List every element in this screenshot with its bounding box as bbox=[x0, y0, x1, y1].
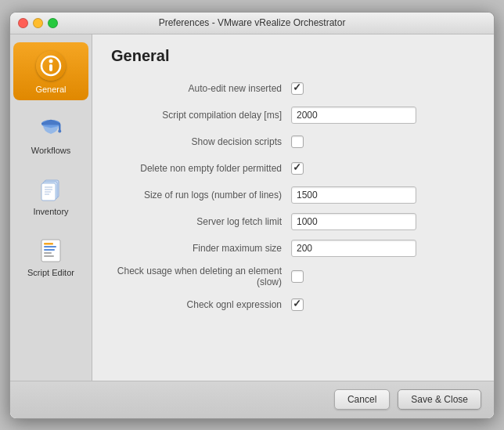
inventory-icon bbox=[36, 173, 66, 203]
svg-rect-19 bbox=[44, 252, 52, 254]
svg-rect-20 bbox=[44, 255, 54, 257]
field-show-decision: Show decision scripts bbox=[111, 132, 475, 151]
label-run-logs: Size of run logs (number of lines) bbox=[111, 190, 291, 201]
save-close-button[interactable]: Save & Close bbox=[398, 389, 481, 410]
field-server-log: Server log fetch limit bbox=[111, 212, 475, 231]
svg-point-6 bbox=[58, 129, 61, 132]
cancel-button[interactable]: Cancel bbox=[334, 389, 390, 410]
field-run-logs: Size of run logs (number of lines) bbox=[111, 186, 475, 204]
minimize-button[interactable] bbox=[33, 18, 43, 28]
field-auto-edit: Auto-edit new inserted bbox=[111, 79, 475, 98]
checkbox-check-usage[interactable] bbox=[291, 270, 304, 283]
field-finder-size: Finder maximum size bbox=[111, 239, 475, 258]
label-show-decision: Show decision scripts bbox=[111, 136, 291, 147]
label-auto-edit: Auto-edit new inserted bbox=[111, 83, 291, 94]
control-check-ognl bbox=[291, 298, 304, 311]
page-title: General bbox=[111, 47, 475, 65]
field-check-usage: Check usage when deleting an element (sl… bbox=[111, 266, 475, 287]
input-finder-size[interactable] bbox=[291, 240, 416, 257]
checkbox-show-decision[interactable] bbox=[291, 136, 304, 148]
title-bar: Preferences - VMware vRealize Orchestrat… bbox=[10, 13, 494, 34]
input-server-log[interactable] bbox=[291, 213, 416, 230]
label-delete-folder: Delete non empty folder permitted bbox=[111, 163, 291, 174]
field-script-delay: Script compilation delay [ms] bbox=[111, 106, 475, 125]
script-editor-icon-area bbox=[34, 232, 68, 266]
workflows-icon-area bbox=[34, 110, 68, 144]
svg-point-1 bbox=[49, 59, 53, 63]
label-script-delay: Script compilation delay [ms] bbox=[111, 110, 291, 121]
control-server-log bbox=[291, 213, 416, 230]
svg-rect-18 bbox=[44, 249, 55, 251]
control-run-logs bbox=[291, 186, 416, 204]
input-run-logs[interactable] bbox=[291, 186, 416, 204]
sidebar-item-workflows[interactable]: Workflows bbox=[13, 103, 88, 161]
sidebar-item-inventory-label: Inventory bbox=[33, 207, 68, 216]
main-content: General bbox=[10, 34, 494, 381]
svg-rect-16 bbox=[44, 243, 53, 245]
footer: Cancel Save & Close bbox=[10, 381, 494, 418]
window-title: Preferences - VMware vRealize Orchestrat… bbox=[159, 17, 346, 28]
checkbox-auto-edit[interactable] bbox=[291, 82, 304, 95]
general-icon bbox=[36, 51, 66, 81]
checkbox-delete-folder[interactable] bbox=[291, 162, 304, 175]
control-finder-size bbox=[291, 240, 416, 257]
maximize-button[interactable] bbox=[48, 18, 58, 28]
sidebar-item-workflows-label: Workflows bbox=[31, 146, 71, 155]
control-show-decision bbox=[291, 136, 304, 148]
close-button[interactable] bbox=[18, 18, 28, 28]
sidebar-item-general[interactable]: General bbox=[13, 42, 88, 100]
label-check-ognl: Check ognl expression bbox=[111, 299, 291, 310]
control-script-delay bbox=[291, 107, 416, 124]
sidebar-item-script-editor[interactable]: Script Editor bbox=[13, 226, 88, 284]
field-delete-folder: Delete non empty folder permitted bbox=[111, 159, 475, 178]
inventory-icon-area bbox=[34, 171, 68, 205]
label-check-usage: Check usage when deleting an element (sl… bbox=[111, 266, 291, 287]
traffic-lights bbox=[18, 18, 58, 28]
input-script-delay[interactable] bbox=[291, 107, 416, 124]
sidebar-item-script-editor-label: Script Editor bbox=[27, 268, 74, 277]
field-check-ognl: Check ognl expression bbox=[111, 295, 475, 314]
checkbox-check-ognl[interactable] bbox=[291, 298, 304, 311]
content-area: General Auto-edit new inserted Script co… bbox=[92, 34, 494, 381]
preferences-window: Preferences - VMware vRealize Orchestrat… bbox=[9, 12, 495, 419]
control-auto-edit bbox=[291, 82, 304, 95]
sidebar: General bbox=[10, 34, 92, 381]
control-delete-folder bbox=[291, 162, 304, 175]
form-rows: Auto-edit new inserted Script compilatio… bbox=[111, 79, 475, 368]
label-server-log: Server log fetch limit bbox=[111, 216, 291, 227]
sidebar-item-general-label: General bbox=[35, 85, 66, 94]
svg-rect-2 bbox=[49, 64, 52, 71]
script-editor-icon bbox=[36, 234, 66, 264]
general-icon-area bbox=[34, 49, 68, 83]
control-check-usage bbox=[291, 270, 304, 283]
label-finder-size: Finder maximum size bbox=[111, 243, 291, 254]
svg-rect-17 bbox=[44, 246, 56, 248]
workflows-icon bbox=[36, 112, 66, 142]
sidebar-item-inventory[interactable]: Inventory bbox=[13, 164, 88, 222]
